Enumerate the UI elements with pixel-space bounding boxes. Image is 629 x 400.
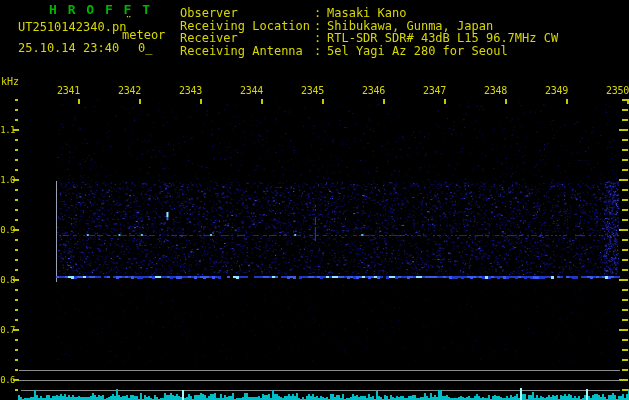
time-tick-label: 2343 xyxy=(176,85,202,96)
info-value: Masaki Kano xyxy=(327,6,406,20)
spectrogram-canvas xyxy=(0,0,629,400)
time-tick-label: 2346 xyxy=(359,85,385,96)
freq-tick-label: 0.7 xyxy=(0,324,15,336)
cursor-indicator: 0_ xyxy=(138,42,152,55)
info-colon: : xyxy=(314,31,327,45)
freq-tick-label: 0.9 xyxy=(0,224,15,236)
time-tick-label: 2341 xyxy=(54,85,80,96)
info-row: Receiving Antenna:5el Yagi Az 280 for Se… xyxy=(180,44,508,58)
info-row: Observer:Masaki Kano xyxy=(180,6,406,20)
time-tick-label: 2348 xyxy=(481,85,507,96)
filename: UT2510142340.pn xyxy=(18,21,126,34)
time-tick-label: 2347 xyxy=(420,85,446,96)
info-label: Receiver xyxy=(180,31,314,45)
info-row: Receiver:RTL-SDR SDR# 43dB L15 96.7MHz C… xyxy=(180,31,558,45)
time-tick-label: 2349 xyxy=(542,85,568,96)
time-tick-label: 2350 xyxy=(603,85,629,96)
info-value: 5el Yagi Az 280 for Seoul xyxy=(327,44,508,58)
time-tick-label: 2342 xyxy=(115,85,141,96)
freq-axis-unit: kHz xyxy=(1,77,19,88)
info-value: RTL-SDR SDR# 43dB L15 96.7MHz CW xyxy=(327,31,558,45)
hrofft-screen: H R O F F T UT2510142340.pn ¨ meteor 25.… xyxy=(0,0,629,400)
freq-tick-label: 0.8 xyxy=(0,274,15,286)
info-colon: : xyxy=(314,6,327,20)
freq-tick-label: 0.6 xyxy=(0,374,15,386)
freq-tick-label: 1.1 xyxy=(0,124,15,136)
info-label: Receiving Antenna xyxy=(180,44,314,58)
freq-tick-label: 1.0 xyxy=(0,174,15,186)
info-label: Observer xyxy=(180,6,314,20)
info-colon: : xyxy=(314,44,327,58)
app-title: H R O F F T xyxy=(49,3,152,17)
mode-label: meteor xyxy=(122,29,165,42)
filename-artifact: ¨ xyxy=(125,15,131,28)
time-tick-label: 2345 xyxy=(298,85,324,96)
time-tick-label: 2344 xyxy=(237,85,263,96)
datetime-text: 25.10.14 23:40 xyxy=(18,42,119,55)
